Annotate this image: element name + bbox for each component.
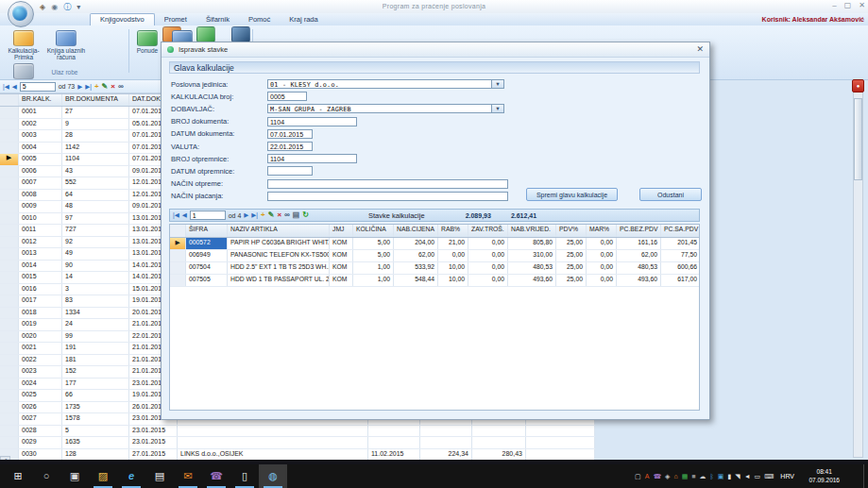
tray-chat-icon[interactable]: ▭ <box>755 464 761 488</box>
taskbar-mail-button[interactable]: ✉ <box>174 464 202 488</box>
tray-volume-icon[interactable]: ◄ <box>744 464 751 488</box>
taskbar-edge-button[interactable]: e <box>117 464 145 488</box>
item-row[interactable]: ▶000572PAPIR HP C6036A BRIGHT WHIT..KOM5… <box>170 238 699 250</box>
items-header-koli-ina[interactable]: KOLIČINA <box>353 225 394 237</box>
items-header-mar[interactable]: MAR% <box>587 225 617 237</box>
cancel-button[interactable]: Odustani <box>639 188 702 201</box>
na-in-pla-anja-input[interactable] <box>267 192 508 201</box>
alert-badge[interactable]: ● <box>852 79 864 93</box>
vertical-scrollbar[interactable] <box>853 92 863 458</box>
add-item-icon[interactable]: + <box>261 210 265 221</box>
taskbar-file-explorer-button[interactable]: ▨ <box>89 464 117 488</box>
main-nav-position-input[interactable] <box>20 82 56 92</box>
tray-viber-icon[interactable]: ☎ <box>653 464 661 488</box>
main-nav-next-button[interactable]: ▶ <box>77 81 82 93</box>
knjiga-ulaznih-racuna-button[interactable]: Knjiga ulaznih računa <box>45 28 87 60</box>
items-header-naziv-artikla[interactable]: NAZIV ARTIKLA <box>228 225 330 237</box>
tray-green-icon[interactable]: ▦ <box>682 464 689 488</box>
tray-home-icon[interactable]: ⌂ <box>674 464 678 488</box>
tray-network-icon[interactable]: ◥ <box>735 464 740 488</box>
find-item-icon[interactable]: ∞ <box>284 210 290 221</box>
taskbar-clock[interactable]: 08:41 07.09.2016 <box>808 467 840 484</box>
items-nav-prev-button[interactable]: ◀ <box>182 210 187 221</box>
table-row[interactable]: 0028523.01.2015 <box>0 426 595 438</box>
main-nav-first-button[interactable]: |◀ <box>3 81 9 93</box>
items-header-nab-cijena[interactable]: NAB.CIJENA <box>394 225 438 237</box>
dobavlja-combo[interactable]: M-SAN GRUPA - ZAGREB <box>267 104 492 113</box>
show-desktop-button[interactable] <box>863 464 868 488</box>
na-in-otpreme-input[interactable] <box>267 179 508 189</box>
find-record-icon[interactable]: ∞ <box>118 81 124 93</box>
taskbar-start-button[interactable]: ⊞ <box>4 464 32 488</box>
main-nav-last-button[interactable]: ▶| <box>85 81 92 93</box>
taskbar-task-view-button[interactable]: ▣ <box>60 464 89 488</box>
language-indicator[interactable]: HRV <box>780 473 794 480</box>
tab-kraj-rada[interactable]: Kraj rada <box>280 13 327 25</box>
items-header-ifra[interactable]: ŠIFRA <box>186 225 228 237</box>
taskbar-document-app-button[interactable]: ▯ <box>230 464 259 488</box>
items-header-pc-sa-pdv[interactable]: PC.SA.PDV <box>661 225 700 237</box>
delete-record-icon[interactable]: × <box>111 81 115 93</box>
delete-item-icon[interactable]: × <box>277 210 281 221</box>
items-header-jmj[interactable]: JMJ <box>330 225 353 237</box>
items-header-pc-bez-pdv[interactable]: PC.BEZ.PDV <box>617 225 661 237</box>
ponude-button[interactable]: Ponude <box>130 28 164 54</box>
tab-promet[interactable]: Promet <box>155 13 196 25</box>
combo-dropdown-icon[interactable]: ▼ <box>492 79 504 89</box>
tab-pomo[interactable]: Pomoć <box>239 13 280 25</box>
datum-otpremnice-input[interactable] <box>267 166 313 176</box>
close-button[interactable]: ✕ <box>859 1 865 9</box>
vertical-scrollbar-thumb[interactable] <box>854 98 862 180</box>
tray-a-icon[interactable]: A <box>645 464 650 488</box>
combo-dropdown-icon[interactable]: ▼ <box>492 104 504 113</box>
tray-teamviewer-icon[interactable]: ▣ <box>718 464 724 488</box>
taskbar-store-button[interactable]: ▤ <box>145 464 174 488</box>
taskbar-viber-button[interactable]: ☎ <box>202 464 230 488</box>
save-header-button[interactable]: Spremi glavu kalkulacije <box>526 188 618 201</box>
kalkulacija-broj-input[interactable]: 0005 <box>267 92 307 101</box>
tray-monitor-icon[interactable]: ▢ <box>635 464 641 488</box>
taskbar-search-button[interactable]: ○ <box>32 464 60 488</box>
tab-ifarnik[interactable]: Šifarnik <box>196 13 239 25</box>
quickaccess-caret-icon[interactable]: ▾ <box>77 3 80 11</box>
item-row[interactable]: 007505HDD WD 1 TB PASSAPORT UL. 2..KOM1,… <box>170 275 699 287</box>
poslovna-jedinica-combo[interactable]: 01 - KLESY d.o.o. <box>267 79 492 89</box>
info-icon[interactable]: ⓘ <box>63 2 71 12</box>
tray-cloud-icon[interactable]: ☁ <box>700 464 706 488</box>
settings-icon[interactable]: ◈ <box>40 3 45 11</box>
main-header-br-dokumenta[interactable]: BR.DOKUMENTA <box>62 94 129 106</box>
minimize-button[interactable]: – <box>832 1 836 9</box>
valuta-input[interactable]: 22.01.2015 <box>267 142 313 151</box>
main-header-br-kalk[interactable]: BR.KALK. <box>19 94 62 106</box>
items-nav-first-button[interactable]: |◀ <box>173 210 179 221</box>
add-record-icon[interactable]: + <box>94 81 99 93</box>
users-icon[interactable]: ◉ <box>51 3 58 11</box>
items-header-pdv[interactable]: PDV% <box>556 225 587 237</box>
tab-knjigovodstvo[interactable]: Knjigovodstvo <box>90 13 155 25</box>
items-nav-position-input[interactable] <box>190 210 226 220</box>
app-menu-button[interactable] <box>8 1 34 27</box>
edit-item-icon[interactable]: ✎ <box>268 210 275 221</box>
items-nav-last-button[interactable]: ▶| <box>251 210 258 221</box>
refresh-items-icon[interactable]: ↻ <box>302 210 309 221</box>
broj-otpremnice-input[interactable]: 1104 <box>267 154 357 163</box>
items-nav-next-button[interactable]: ▶ <box>244 210 248 221</box>
maximize-button[interactable]: ▢ <box>844 1 852 9</box>
tray-keyboard-icon[interactable]: ⌨ <box>764 464 774 488</box>
items-header-rab[interactable]: RAB% <box>438 225 468 237</box>
dialog-close-button[interactable]: ✕ <box>696 44 704 54</box>
items-header-zav-tro[interactable]: ZAV.TROŠ. <box>468 225 508 237</box>
tray-dark-icon[interactable]: ■ <box>691 464 695 488</box>
tray-bluetooth-icon[interactable]: ᛒ <box>710 464 714 488</box>
datum-dokumenta-input[interactable]: 07.01.2015 <box>267 129 313 139</box>
item-row[interactable]: 007504HDD 2.5" EXT 1 TB TS 25D3 WH..KOM1… <box>170 262 699 275</box>
table-row[interactable]: 0029163523.01.2015 <box>0 437 595 449</box>
items-header-nab-vrijed[interactable]: NAB.VRIJED. <box>508 225 556 237</box>
kalkulacija-primka-button[interactable]: Kalkulacija- Primka <box>3 28 44 60</box>
tray-swirl-icon[interactable]: ◈ <box>665 464 670 488</box>
broj-dokumenta-input[interactable]: 1104 <box>267 117 357 126</box>
item-row[interactable]: 006949PANASONIC TELEFON KX-TS500KOM5,006… <box>170 250 699 262</box>
print-item-icon[interactable]: ▤ <box>293 210 300 221</box>
edit-record-icon[interactable]: ✎ <box>102 81 109 93</box>
main-nav-prev-button[interactable]: ◀ <box>12 81 17 93</box>
